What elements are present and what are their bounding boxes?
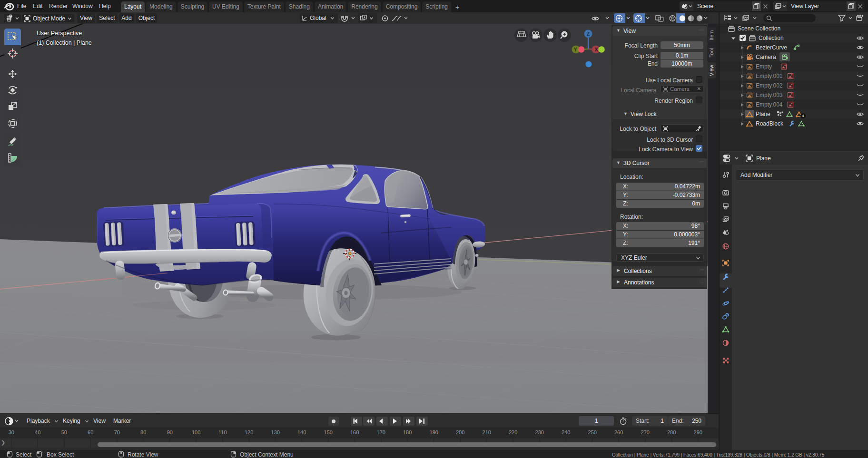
svg-text:Y: Y <box>574 47 577 52</box>
svg-text:X: X <box>595 47 598 52</box>
svg-text:Z: Z <box>587 31 590 37</box>
